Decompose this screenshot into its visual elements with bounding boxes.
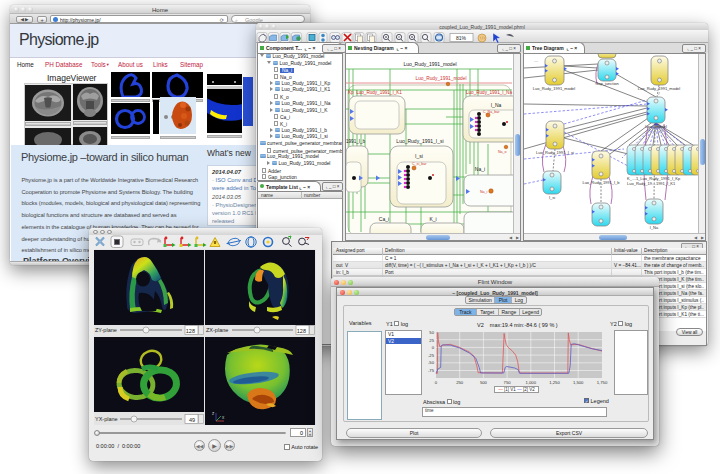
svg-text:K_i: K_i <box>429 216 436 222</box>
svg-text:Na_i: Na_i <box>480 190 488 194</box>
svg-text:1,250: 1,250 <box>549 380 560 385</box>
svg-text:25: 25 <box>429 338 434 343</box>
svg-text:0: 0 <box>432 345 435 350</box>
svg-text:750: 750 <box>504 380 512 385</box>
svg-text:Kp Luo_Rudy_1991_I_K1: Kp Luo_Rudy_1991_I_K1 <box>348 90 402 95</box>
svg-text:ZY-plane: ZY-plane <box>95 327 117 333</box>
svg-text:C_si_bar: C_si_bar <box>412 162 427 166</box>
svg-text:I_si: I_si <box>549 195 555 200</box>
svg-text:Gap_junction: Gap_junction <box>595 81 619 86</box>
svg-text:Luo_Rudy_1991_model: Luo_Rudy_1991_model <box>403 61 456 67</box>
svg-text:Luo_Rudy_1991_I_si: Luo_Rudy_1991_I_si <box>396 138 443 144</box>
svg-text:Ca_i: Ca_i <box>379 216 389 222</box>
svg-text:128: 128 <box>297 328 306 334</box>
svg-text:Luo_Rudy_19…1991_I_K1: Luo_Rudy_19…1991_I_K1 <box>627 181 676 186</box>
svg-text:-25: -25 <box>428 353 435 358</box>
svg-text:0: 0 <box>435 380 438 385</box>
svg-text:C_Na_bar: C_Na_bar <box>483 110 500 114</box>
svg-text:500: 500 <box>480 380 488 385</box>
svg-text:1,500: 1,500 <box>573 380 584 385</box>
svg-text:YX-plane: YX-plane <box>95 416 118 422</box>
svg-text:Na_i: Na_i <box>475 166 485 172</box>
svg-text:-50: -50 <box>428 360 435 365</box>
svg-text:1991_I_b: 1991_I_b <box>346 139 366 144</box>
svg-text:I_Na: I_Na <box>650 225 659 230</box>
svg-text:1,750: 1,750 <box>597 380 608 385</box>
svg-text:Luo_Rudy_1991_model: Luo_Rudy_1991_model <box>533 86 576 91</box>
svg-text:1,000: 1,000 <box>526 380 537 385</box>
svg-text:81%: 81% <box>456 35 467 41</box>
svg-text:Na_o: Na_o <box>498 150 507 154</box>
svg-text:128: 128 <box>186 328 195 334</box>
svg-text:Luo_Rudy_1991_I_Na: Luo_Rudy_1991_I_Na <box>466 90 512 95</box>
svg-text:ZX-plane: ZX-plane <box>206 327 228 333</box>
svg-text:50: 50 <box>429 331 434 335</box>
svg-text:/: / <box>658 91 660 96</box>
svg-text:I_Na: I_Na <box>491 102 502 108</box>
svg-text:Luo_Rudy_1991_I_b: Luo_Rudy_1991_I_b <box>582 180 620 185</box>
svg-text:49: 49 <box>189 417 195 423</box>
svg-text:-75: -75 <box>428 368 435 373</box>
svg-text:…: … <box>534 58 538 63</box>
svg-text:Luo_Rudy_1991_I_si: Luo_Rudy_1991_I_si <box>536 150 574 155</box>
svg-text:250: 250 <box>456 380 464 385</box>
svg-text:I_si: I_si <box>415 153 423 159</box>
svg-text:Luo_Rudy_1991_model: Luo_Rudy_1991_model <box>416 76 467 81</box>
svg-text:Luo…model: Luo…model <box>645 124 667 129</box>
